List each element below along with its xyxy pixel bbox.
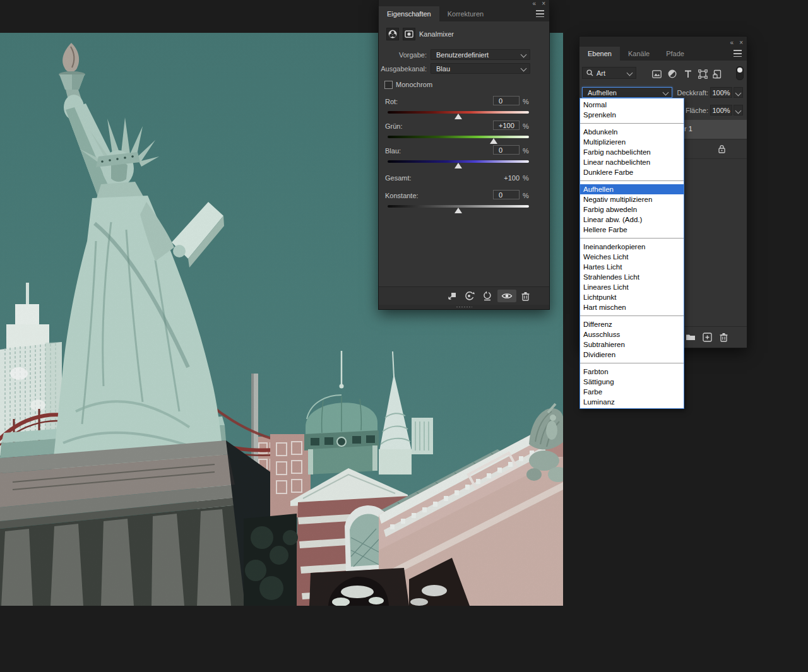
layer-name-fragment: r 1: [684, 125, 692, 133]
chevron-down-icon: [627, 70, 633, 76]
konstante-slider-thumb[interactable]: [454, 208, 462, 213]
blend-mode-option[interactable]: Hart mischen: [580, 302, 684, 312]
type-icon: [684, 70, 692, 78]
blau-slider-thumb[interactable]: [454, 163, 462, 168]
blau-label: Blau:: [385, 147, 401, 155]
dropdown-separator: [580, 312, 684, 319]
blend-mode-option[interactable]: Dividieren: [580, 350, 684, 360]
deckkraft-dropdown-button[interactable]: [734, 87, 743, 98]
ausgabekanal-select[interactable]: Blau: [431, 63, 530, 74]
blend-mode-option[interactable]: Negativ multiplizieren: [580, 194, 684, 204]
reset-adjustment-button[interactable]: [481, 290, 494, 302]
blend-mode-option[interactable]: Ausschluss: [580, 329, 684, 339]
new-layer-button[interactable]: [701, 331, 713, 343]
blend-mode-dropdown: Normal Sprenkeln Abdunkeln Multipliziere…: [579, 98, 684, 409]
blend-mode-option[interactable]: Farbig nachbelichten: [580, 147, 684, 157]
layers-panel-header: « × Ebenen Kanäle Pfade: [579, 37, 747, 61]
gruen-slider-thumb[interactable]: [490, 138, 497, 144]
clip-to-layer-icon: [447, 291, 457, 301]
blend-mode-option[interactable]: Multiplizieren: [580, 137, 684, 147]
filter-smart-objects-button[interactable]: [711, 68, 723, 80]
blend-mode-option[interactable]: Ineinanderkopieren: [580, 242, 684, 252]
deckkraft-value[interactable]: 100%: [710, 87, 732, 98]
gruen-value-input[interactable]: +100: [493, 121, 520, 130]
filter-shape-layers-button[interactable]: [697, 68, 708, 80]
blend-mode-option[interactable]: Hartes Licht: [580, 262, 684, 272]
blend-mode-option[interactable]: Strahlendes Licht: [580, 272, 684, 282]
layer-filter-toggle[interactable]: [736, 66, 744, 80]
delete-adjustment-button[interactable]: [519, 290, 532, 302]
eye-arrow-icon: [464, 291, 475, 301]
blend-mode-option[interactable]: Sättigung: [580, 377, 684, 387]
rot-value-input[interactable]: 0: [493, 96, 520, 105]
flaeche-dropdown-button[interactable]: [734, 105, 743, 115]
filter-pixel-layers-button[interactable]: [651, 68, 662, 80]
layer-mask-icon[interactable]: [403, 28, 415, 40]
filter-type-layers-button[interactable]: [682, 68, 694, 80]
konstante-unit: %: [523, 192, 529, 199]
deckkraft-label: Deckkraft:: [674, 89, 708, 97]
monochrom-checkbox[interactable]: [384, 81, 393, 89]
blend-mode-option[interactable]: Weiches Licht: [580, 252, 684, 262]
blend-mode-option[interactable]: Linear abw. (Add.): [580, 215, 684, 225]
panel-menu-icon[interactable]: [536, 10, 544, 17]
konstante-value-input[interactable]: 0: [493, 190, 520, 199]
rot-slider-thumb[interactable]: [454, 114, 462, 119]
blend-mode-option[interactable]: Sprenkeln: [580, 110, 684, 120]
blend-mode-option[interactable]: Linear nachbelichten: [580, 157, 684, 167]
tab-eigenschaften[interactable]: Eigenschaften: [379, 6, 439, 21]
tab-ebenen[interactable]: Ebenen: [579, 47, 620, 61]
blend-mode-option[interactable]: Farbe: [580, 387, 684, 397]
close-panel-icon[interactable]: ×: [739, 39, 743, 47]
flaeche-value[interactable]: 100%: [710, 105, 732, 115]
blend-mode-option[interactable]: Abdunkeln: [580, 127, 684, 137]
gruen-slider-track[interactable]: [388, 136, 529, 138]
view-previous-state-button[interactable]: [463, 290, 476, 302]
eye-icon: [501, 292, 513, 300]
blau-unit: %: [523, 147, 529, 155]
smart-object-icon: [713, 69, 722, 79]
blend-mode-option[interactable]: Lichtpunkt: [580, 292, 684, 302]
blend-mode-option[interactable]: Lineares Licht: [580, 282, 684, 292]
delete-layer-button[interactable]: [717, 331, 730, 343]
filter-adjustment-layers-button[interactable]: [667, 68, 678, 80]
clip-to-layer-button[interactable]: [446, 290, 458, 302]
blend-mode-option[interactable]: Differenz: [580, 319, 684, 329]
tab-pfade[interactable]: Pfade: [658, 47, 692, 61]
blend-mode-option[interactable]: Dunklere Farbe: [580, 167, 684, 177]
blend-mode-select[interactable]: Aufhellen: [582, 87, 672, 98]
filter-kind-select[interactable]: Art: [582, 67, 636, 79]
blend-mode-option[interactable]: Hellere Farbe: [580, 225, 684, 235]
blend-mode-option[interactable]: Farbig abwedeln: [580, 204, 684, 215]
rot-label: Rot:: [385, 98, 398, 105]
new-layer-plus-icon: [703, 333, 712, 342]
adjustment-circle-icon: [668, 69, 677, 78]
trash-icon: [720, 333, 728, 342]
panel-resize-grip[interactable]: [379, 305, 549, 309]
filter-kind-value: Art: [597, 69, 605, 77]
konstante-label: Konstante:: [385, 192, 419, 199]
tab-korrekturen[interactable]: Korrekturen: [439, 6, 492, 21]
image-icon: [652, 70, 662, 78]
vorgabe-select[interactable]: Benutzerdefiniert: [431, 49, 530, 60]
chevron-down-icon: [521, 52, 527, 58]
dropdown-separator: [580, 360, 684, 367]
gesamt-value: +100: [493, 174, 520, 182]
blend-mode-option[interactable]: Normal: [580, 100, 684, 110]
panel-menu-icon[interactable]: [734, 50, 742, 57]
tab-kanaele[interactable]: Kanäle: [620, 47, 658, 61]
blend-mode-option[interactable]: Luminanz: [580, 397, 684, 407]
collapse-panel-icon[interactable]: «: [730, 39, 734, 47]
toggle-visibility-button[interactable]: [497, 290, 516, 302]
gruen-unit: %: [523, 122, 529, 130]
blend-mode-option[interactable]: Subtrahieren: [580, 339, 684, 350]
blend-mode-option-selected[interactable]: Aufhellen: [580, 184, 684, 194]
properties-panel-header: « × Eigenschaften Korrekturen: [379, 0, 549, 21]
blend-mode-option[interactable]: Farbton: [580, 367, 684, 377]
dropdown-separator: [580, 235, 684, 242]
adjustment-header: Kanalmixer: [386, 28, 454, 40]
new-group-button[interactable]: [684, 331, 697, 343]
ausgabekanal-label: Ausgabekanal:: [379, 65, 427, 73]
blau-value-input[interactable]: 0: [493, 145, 520, 155]
vorgabe-value: Benutzerdefiniert: [436, 51, 489, 59]
